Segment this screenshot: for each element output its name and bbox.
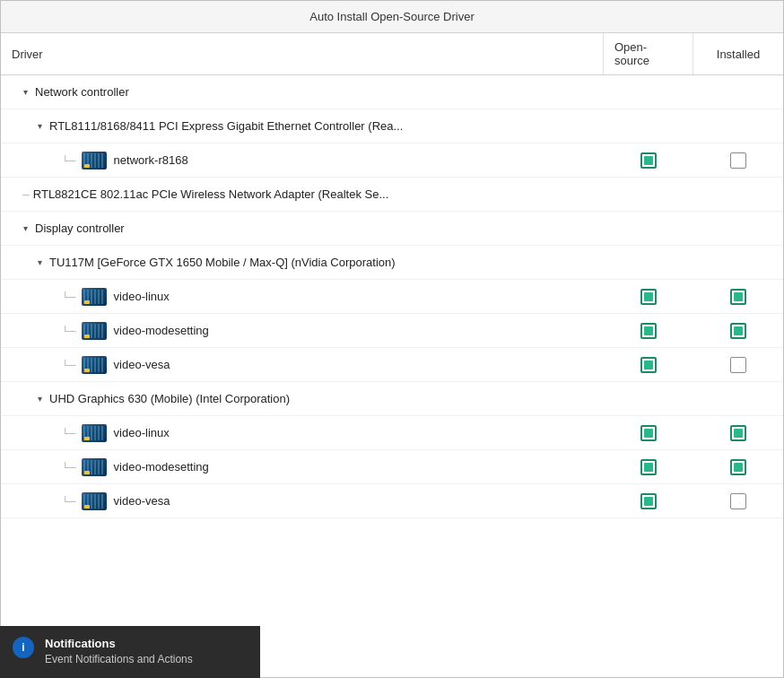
driver-table: Driver Open-source Installed ▾ Network c… — [1, 33, 783, 677]
col-driver: Driver — [1, 33, 604, 74]
checkbox-checked[interactable] — [730, 425, 746, 441]
checkbox-checked[interactable] — [640, 152, 657, 169]
opensource-checkbox[interactable] — [604, 319, 693, 343]
checkbox-checked[interactable] — [730, 289, 746, 305]
checkbox-checked[interactable] — [640, 357, 657, 373]
installed-checkbox[interactable] — [693, 456, 783, 479]
installed-cell — [693, 89, 783, 96]
table-row[interactable]: ▾ Display controller — [1, 212, 783, 246]
checkbox-checked[interactable] — [640, 289, 657, 305]
notification-icon: i — [13, 637, 34, 658]
main-window: Auto Install Open-Source Driver Driver O… — [0, 0, 784, 678]
checkbox-checked[interactable] — [640, 459, 657, 475]
installed-cell — [693, 123, 783, 130]
table-row[interactable]: └─ video-linux — [1, 416, 783, 450]
table-row[interactable]: ▾ TU117M [GeForce GTX 1650 Mobile / Max-… — [1, 246, 783, 280]
table-body[interactable]: ▾ Network controller ▾ RTL8111/8168/8411… — [1, 75, 783, 677]
checkbox-checked[interactable] — [640, 493, 657, 509]
table-row[interactable]: └─ video-vesa — [1, 484, 783, 518]
table-row[interactable]: └─ network-r8168 — [1, 143, 783, 178]
installed-checkbox[interactable] — [693, 422, 783, 445]
opensource-cell — [604, 259, 693, 266]
notification-title: Notifications — [45, 637, 193, 650]
opensource-cell — [604, 123, 693, 130]
table-row[interactable]: ▾ UHD Graphics 630 (Mobile) (Intel Corpo… — [1, 382, 783, 416]
table-row[interactable]: ▾ RTL8111/8168/8411 PCI Express Gigabit … — [1, 109, 783, 143]
installed-cell — [693, 259, 783, 266]
opensource-checkbox[interactable] — [604, 285, 693, 309]
checkbox-unchecked[interactable] — [730, 152, 746, 169]
installed-checkbox[interactable] — [693, 319, 783, 343]
table-row[interactable]: └─ video-modesetting — [1, 450, 783, 484]
checkbox-checked[interactable] — [730, 323, 746, 339]
driver-icon — [82, 288, 107, 306]
driver-icon — [82, 322, 107, 340]
installed-cell — [693, 225, 783, 232]
opensource-checkbox[interactable] — [604, 149, 693, 172]
table-row[interactable]: ▾ Network controller — [1, 75, 783, 109]
expand-icon[interactable]: ▾ — [33, 120, 46, 133]
installed-checkbox[interactable] — [693, 149, 783, 172]
expand-icon[interactable]: ▾ — [19, 86, 31, 99]
opensource-cell — [604, 225, 693, 232]
table-row[interactable]: ─ RTL8821CE 802.11ac PCIe Wireless Netwo… — [1, 178, 783, 212]
notification-subtitle: Event Notifications and Actions — [45, 653, 193, 665]
title-bar: Auto Install Open-Source Driver — [1, 1, 783, 33]
checkbox-unchecked[interactable] — [730, 357, 746, 373]
installed-checkbox[interactable] — [693, 285, 783, 309]
driver-cell: └─ network-r8168 — [1, 148, 604, 173]
category-cell[interactable]: ▾ Display controller — [1, 218, 604, 239]
expand-icon[interactable]: ▾ — [33, 256, 46, 269]
expand-icon[interactable]: ▾ — [33, 393, 46, 405]
expand-icon[interactable]: ▾ — [19, 222, 31, 235]
opensource-checkbox[interactable] — [604, 422, 693, 445]
driver-icon — [82, 458, 107, 476]
checkbox-checked[interactable] — [730, 459, 746, 475]
col-opensource: Open-source — [604, 33, 693, 74]
subcategory-cell[interactable]: ▾ UHD Graphics 630 (Mobile) (Intel Corpo… — [1, 388, 604, 409]
driver-cell: └─ video-linux — [1, 421, 604, 446]
opensource-checkbox[interactable] — [604, 490, 693, 513]
table-row[interactable]: └─ video-linux — [1, 280, 783, 314]
opensource-cell — [604, 396, 693, 403]
checkbox-checked[interactable] — [640, 425, 657, 441]
installed-checkbox[interactable] — [693, 490, 783, 513]
subcategory-cell[interactable]: ▾ RTL8111/8168/8411 PCI Express Gigabit … — [1, 116, 604, 136]
installed-cell — [693, 191, 783, 198]
window-title: Auto Install Open-Source Driver — [309, 10, 475, 23]
subcategory-cell[interactable]: ▾ TU117M [GeForce GTX 1650 Mobile / Max-… — [1, 252, 604, 273]
table-header: Driver Open-source Installed — [1, 33, 783, 75]
notification-text: Notifications Event Notifications and Ac… — [45, 637, 193, 665]
driver-icon — [82, 152, 107, 170]
subcategory-cell[interactable]: ─ RTL8821CE 802.11ac PCIe Wireless Netwo… — [1, 184, 604, 204]
table-row[interactable]: └─ video-modesetting — [1, 314, 783, 348]
driver-icon — [82, 424, 107, 442]
driver-cell: └─ video-vesa — [1, 489, 604, 514]
driver-cell: └─ video-modesetting — [1, 455, 604, 480]
driver-icon — [82, 356, 107, 374]
installed-checkbox[interactable] — [693, 353, 783, 377]
checkbox-unchecked[interactable] — [730, 493, 746, 509]
driver-cell: └─ video-modesetting — [1, 318, 604, 343]
category-cell[interactable]: ▾ Network controller — [1, 82, 604, 102]
notification-tooltip[interactable]: i Notifications Event Notifications and … — [0, 626, 260, 678]
driver-icon — [82, 492, 107, 510]
driver-cell: └─ video-linux — [1, 284, 604, 309]
opensource-cell — [604, 89, 693, 96]
table-row[interactable]: └─ video-vesa — [1, 348, 783, 382]
driver-cell: └─ video-vesa — [1, 352, 604, 378]
opensource-cell — [604, 191, 693, 198]
installed-cell — [693, 396, 783, 403]
opensource-checkbox[interactable] — [604, 456, 693, 479]
opensource-checkbox[interactable] — [604, 353, 693, 377]
col-installed: Installed — [693, 33, 783, 74]
checkbox-checked[interactable] — [640, 323, 657, 339]
